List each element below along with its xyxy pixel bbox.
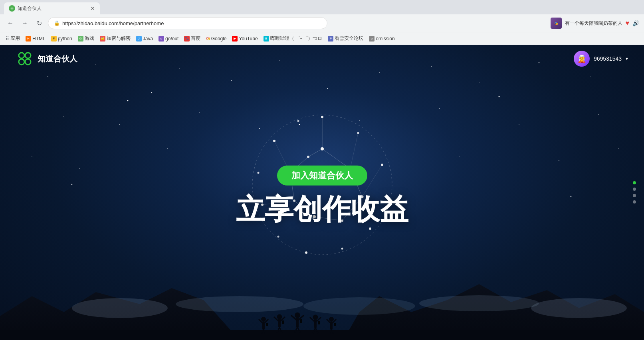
bookmark-label: 应用 bbox=[10, 35, 20, 42]
html-icon: H bbox=[26, 36, 31, 42]
svg-point-101 bbox=[329, 317, 334, 322]
apps-icon: ⠿ bbox=[6, 36, 9, 42]
svg-point-74 bbox=[303, 297, 415, 315]
bookmark-baidu[interactable]: 🐾 百度 bbox=[182, 34, 203, 43]
slide-dot-2[interactable] bbox=[633, 188, 636, 191]
svg-rect-84 bbox=[278, 319, 281, 327]
heart-icon: ♥ bbox=[626, 20, 630, 27]
svg-rect-108 bbox=[282, 320, 284, 324]
svg-point-38 bbox=[305, 251, 307, 254]
bookmark-omission[interactable]: o omission bbox=[367, 35, 397, 43]
page-content: 知道合伙人 🧝 969531543 ▾ 加入知道合伙人 立享创作收益 bbox=[0, 45, 644, 340]
url-text: https://zhidao.baidu.com/home/partnerhom… bbox=[62, 20, 164, 26]
bilibili-icon: B bbox=[264, 36, 269, 42]
bookmark-xuexi[interactable]: ❄ 看雪安全论坛 bbox=[325, 34, 366, 43]
center-content: 加入知道合伙人 立享创作收益 bbox=[236, 166, 408, 225]
user-avatar: 🧝 bbox=[574, 51, 590, 67]
games-icon: G bbox=[78, 36, 83, 42]
bookmark-apps[interactable]: ⠿ 应用 bbox=[3, 34, 22, 43]
svg-point-95 bbox=[313, 315, 318, 320]
omission-icon: o bbox=[369, 36, 375, 42]
svg-rect-107 bbox=[266, 323, 268, 326]
python-icon: P bbox=[51, 36, 57, 42]
tab-favicon: ♾ bbox=[9, 5, 15, 12]
volume-icon: 🔊 bbox=[632, 20, 639, 26]
bookmark-google[interactable]: G Google bbox=[204, 35, 229, 43]
profile-thumbnail[interactable]: 🎭 bbox=[551, 18, 562, 29]
active-tab[interactable]: ♾ 知道合伙人 ✕ bbox=[4, 2, 100, 14]
svg-line-62 bbox=[350, 133, 358, 169]
youtube-icon: ▶ bbox=[232, 36, 238, 42]
bookmark-label: 哔哩哔哩（ ゜- ゜）つロ bbox=[270, 35, 323, 42]
svg-point-68 bbox=[19, 59, 24, 65]
svg-point-75 bbox=[419, 295, 539, 311]
crypto-icon: 🔐 bbox=[100, 36, 105, 42]
address-bar-row: ← → ↻ 🔒 https://zhidao.baidu.com/home/pa… bbox=[0, 14, 644, 32]
svg-rect-71 bbox=[0, 330, 644, 340]
bookmark-label: Java bbox=[143, 36, 153, 42]
svg-point-73 bbox=[176, 296, 303, 312]
slide-dot-4[interactable] bbox=[633, 200, 636, 204]
tab-bar: ♾ 知道合伙人 ✕ bbox=[0, 0, 644, 14]
svg-point-37 bbox=[341, 248, 343, 250]
mountains bbox=[0, 260, 644, 340]
svg-point-66 bbox=[19, 53, 24, 58]
slide-dot-3[interactable] bbox=[633, 194, 636, 197]
bookmark-label: python bbox=[58, 36, 72, 42]
baidu-icon: 🐾 bbox=[184, 36, 190, 42]
svg-point-69 bbox=[25, 59, 31, 65]
logo-area[interactable]: 知道合伙人 bbox=[16, 50, 77, 67]
svg-rect-109 bbox=[300, 319, 302, 323]
youtube-label: YouTube bbox=[239, 36, 258, 42]
goout-icon: g bbox=[159, 36, 164, 42]
bookmark-games[interactable]: G 游戏 bbox=[75, 34, 97, 43]
bookmark-label: HTML bbox=[32, 36, 46, 42]
bookmark-bilibili[interactable]: B 哔哩哔哩（ ゜- ゜）つロ bbox=[261, 34, 325, 43]
svg-point-76 bbox=[531, 298, 627, 318]
svg-line-53 bbox=[308, 149, 322, 157]
tab-title: 知道合伙人 bbox=[18, 5, 42, 12]
bookmark-html[interactable]: H HTML bbox=[23, 35, 48, 43]
bookmark-label: omission bbox=[376, 36, 394, 42]
bookmark-label: 加密与解密 bbox=[107, 35, 131, 42]
bookmark-label: Google bbox=[211, 36, 227, 42]
svg-point-83 bbox=[277, 314, 282, 320]
svg-rect-110 bbox=[318, 321, 320, 324]
logo-icon bbox=[16, 50, 34, 67]
bookmark-label: 百度 bbox=[191, 35, 200, 42]
xuexi-icon: ❄ bbox=[328, 36, 333, 42]
dropdown-arrow-icon: ▾ bbox=[626, 56, 628, 61]
user-area[interactable]: 🧝 969531543 ▾ bbox=[574, 51, 628, 67]
forward-button[interactable]: → bbox=[19, 18, 30, 29]
slide-dots bbox=[633, 181, 636, 204]
tab-close-button[interactable]: ✕ bbox=[90, 5, 95, 12]
back-button[interactable]: ← bbox=[5, 18, 16, 29]
svg-point-43 bbox=[297, 120, 299, 122]
site-nav: 知道合伙人 🧝 969531543 ▾ bbox=[0, 45, 644, 73]
reload-button[interactable]: ↻ bbox=[34, 18, 45, 29]
bookmark-crypto[interactable]: 🔐 加密与解密 bbox=[97, 34, 133, 43]
bookmark-java[interactable]: J Java bbox=[134, 35, 155, 43]
bookmark-label: 游戏 bbox=[85, 35, 94, 42]
java-icon: J bbox=[136, 36, 142, 42]
top-profile-text: 有一个每天陪我喝奶茶的人 bbox=[565, 20, 622, 27]
address-bar[interactable]: 🔒 https://zhidao.baidu.com/home/partnerh… bbox=[48, 17, 327, 29]
join-badge[interactable]: 加入知道合伙人 bbox=[277, 166, 367, 186]
logo-svg bbox=[16, 50, 34, 67]
main-slogan: 立享创作收益 bbox=[236, 194, 408, 225]
svg-point-72 bbox=[72, 298, 168, 318]
svg-point-89 bbox=[295, 312, 300, 318]
user-name: 969531543 bbox=[594, 55, 622, 62]
mountain-svg bbox=[0, 260, 644, 340]
bookmark-youtube[interactable]: ▶ 加入知道合伙人 YouTube bbox=[230, 35, 260, 43]
lock-icon: 🔒 bbox=[54, 20, 60, 26]
bookmark-label: 看雪安全论坛 bbox=[335, 35, 363, 42]
bookmarks-bar: ⠿ 应用 H HTML P python G 游戏 🔐 加密与解密 J Java… bbox=[0, 32, 644, 45]
bookmark-python[interactable]: P python bbox=[49, 35, 75, 43]
svg-rect-96 bbox=[314, 320, 317, 328]
slide-dot-1[interactable] bbox=[633, 181, 636, 184]
svg-point-77 bbox=[261, 317, 266, 322]
bookmark-goout[interactable]: g go!out bbox=[156, 35, 181, 43]
google-icon: G bbox=[206, 36, 210, 42]
svg-point-39 bbox=[277, 236, 279, 238]
